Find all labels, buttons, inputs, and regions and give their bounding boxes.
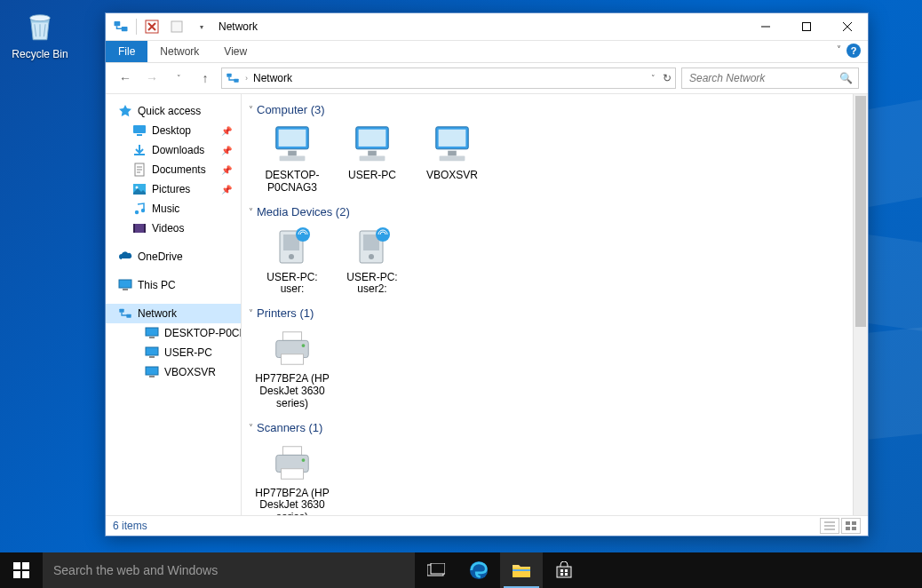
desktop: Recycle Bin ▾ Network	[0, 0, 922, 588]
search-input[interactable]	[688, 71, 839, 85]
nav-back-button[interactable]: ←	[115, 68, 136, 89]
task-view-button[interactable]	[415, 552, 457, 588]
address-dropdown-icon[interactable]: ˅	[651, 74, 656, 83]
item-computer[interactable]: DESKTOP-P0CNAG3	[252, 118, 332, 200]
group-header-media[interactable]: ˅Media Devices (2)	[249, 205, 846, 219]
item-printer[interactable]: HP77BF2A (HP DeskJet 3630 series)	[252, 322, 332, 415]
nav-forward-button[interactable]: →	[141, 68, 163, 89]
maximize-button[interactable]	[786, 13, 827, 40]
sidebar-item-this-pc[interactable]: This PC	[106, 275, 241, 295]
item-media-device[interactable]: USER-PC: user:	[252, 220, 332, 302]
start-button[interactable]	[0, 552, 43, 588]
sidebar-item-label: Videos	[152, 222, 184, 234]
svg-rect-60	[13, 562, 20, 569]
status-bar: 6 items	[106, 515, 868, 536]
item-label: HP77BF2A (HP DeskJet 3630 series)	[254, 373, 330, 409]
sidebar-item-network[interactable]: Network	[106, 304, 241, 323]
svg-rect-70	[565, 569, 568, 572]
search-icon[interactable]: 🔍	[839, 72, 853, 84]
vertical-scrollbar[interactable]	[853, 94, 868, 515]
taskbar-search[interactable]: Search the web and Windows	[43, 552, 415, 588]
content-pane[interactable]: ˅Computer (3) DESKTOP-P0CNAG3 USER-PC VB…	[242, 94, 853, 515]
scrollbar-thumb[interactable]	[855, 96, 866, 327]
group-header-computer[interactable]: ˅Computer (3)	[249, 103, 846, 116]
sidebar-item-network-computer[interactable]: DESKTOP-P0CNAG3	[106, 323, 241, 343]
edge-icon	[469, 560, 489, 580]
item-computer[interactable]: USER-PC	[332, 118, 412, 200]
breadcrumb-sep-icon[interactable]: ›	[245, 74, 248, 83]
network-icon	[118, 306, 132, 321]
svg-rect-26	[146, 367, 158, 375]
taskbar-explorer[interactable]	[500, 552, 543, 588]
new-folder-icon[interactable]	[167, 17, 187, 36]
properties-icon[interactable]	[142, 17, 162, 36]
monitor-icon	[145, 326, 159, 340]
onedrive-icon	[118, 250, 132, 264]
svg-rect-52	[282, 446, 301, 455]
tab-file[interactable]: File	[106, 41, 147, 62]
svg-rect-24	[146, 347, 158, 355]
music-icon	[132, 202, 147, 216]
group-header-printers[interactable]: ˅Printers (1)	[249, 306, 846, 320]
refresh-icon[interactable]: ↻	[663, 72, 672, 84]
item-computer[interactable]: VBOXSVR	[412, 118, 492, 200]
svg-rect-7	[234, 79, 238, 83]
taskbar-store[interactable]	[543, 552, 585, 588]
sidebar-item-label: OneDrive	[138, 250, 183, 263]
tab-network[interactable]: Network	[147, 41, 211, 62]
sidebar-item-documents[interactable]: Documents📌	[106, 160, 241, 179]
svg-rect-67	[513, 569, 530, 571]
sidebar-item-label: Network	[138, 307, 177, 320]
sidebar-item-network-computer[interactable]: USER-PC	[106, 343, 241, 362]
item-media-device[interactable]: USER-PC: user2:	[332, 220, 412, 302]
sidebar-item-label: USER-PC	[164, 346, 212, 359]
nav-recent-dropdown[interactable]: ˅	[168, 68, 189, 89]
nav-up-button[interactable]: ↑	[195, 68, 216, 89]
recycle-bin[interactable]: Recycle Bin	[9, 7, 71, 60]
sidebar-item-network-computer[interactable]: VBOXSVR	[106, 362, 241, 382]
close-button[interactable]	[827, 13, 868, 40]
collapse-ribbon-icon[interactable]: ˅	[837, 44, 841, 54]
window-title: Network	[219, 20, 258, 33]
svg-rect-38	[448, 151, 457, 156]
svg-rect-71	[560, 573, 563, 576]
sidebar-item-pictures[interactable]: Pictures📌	[106, 179, 241, 199]
breadcrumb-location[interactable]: Network	[253, 72, 292, 84]
pictures-icon	[132, 182, 147, 196]
chevron-down-icon: ˅	[249, 308, 253, 318]
svg-rect-22	[146, 328, 158, 336]
view-large-icons-button[interactable]	[841, 518, 861, 534]
windows-logo-icon	[13, 562, 29, 578]
network-icon[interactable]	[111, 17, 131, 36]
tab-view[interactable]: View	[211, 41, 259, 62]
group-header-label: Printers (1)	[257, 306, 314, 320]
group-header-scanners[interactable]: ˅Scanners (1)	[249, 421, 846, 434]
svg-rect-31	[280, 155, 306, 161]
quick-access-toolbar: ▾	[106, 17, 211, 36]
view-details-button[interactable]	[820, 518, 839, 534]
svg-rect-9	[137, 134, 142, 136]
search-box[interactable]: 🔍	[681, 68, 859, 89]
help-icon[interactable]: ?	[846, 44, 861, 58]
qat-dropdown-icon[interactable]: ▾	[192, 17, 211, 36]
item-scanner[interactable]: HP77BF2A (HP DeskJet 3630 series)	[252, 436, 332, 515]
chevron-down-icon: ˅	[249, 105, 253, 115]
minimize-button[interactable]	[745, 13, 786, 40]
computer-icon	[351, 123, 393, 166]
sidebar-item-desktop[interactable]: Desktop📌	[106, 121, 241, 140]
address-bar[interactable]: › Network ˅ ↻	[221, 68, 676, 89]
sidebar-item-downloads[interactable]: Downloads📌	[106, 140, 241, 160]
taskbar-edge[interactable]	[457, 552, 500, 588]
store-icon	[555, 561, 573, 579]
svg-rect-69	[560, 569, 563, 572]
computer-icon	[431, 123, 473, 166]
sidebar-item-music[interactable]: Music	[106, 199, 241, 219]
svg-point-51	[302, 344, 306, 347]
sidebar-item-onedrive[interactable]: OneDrive	[106, 247, 241, 266]
sidebar-item-videos[interactable]: Videos	[106, 219, 241, 238]
title-bar[interactable]: ▾ Network	[106, 13, 868, 41]
sidebar-item-quick-access[interactable]: Quick access	[106, 101, 241, 121]
chevron-down-icon: ˅	[249, 423, 253, 433]
svg-rect-59	[852, 527, 856, 530]
svg-rect-4	[171, 21, 182, 32]
